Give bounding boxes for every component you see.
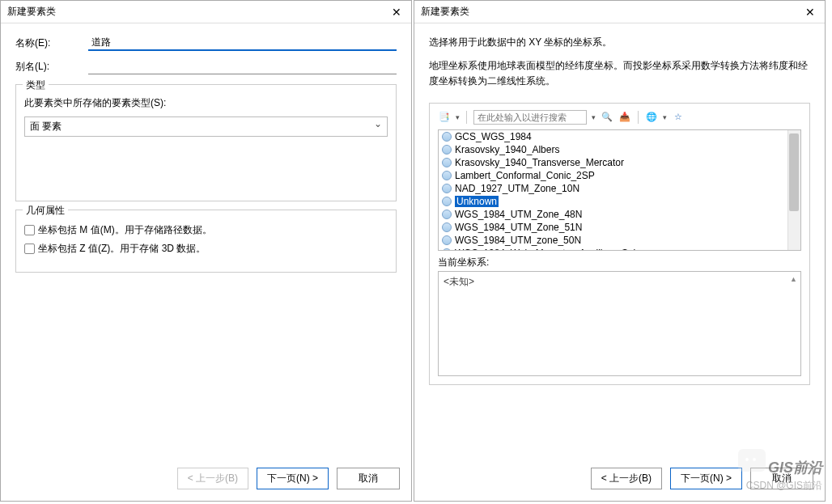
footer: < 上一步(B) 下一页(N) > 取消 <box>414 460 825 501</box>
window-title: 新建要素类 <box>7 5 56 19</box>
crs-item-label: WGS_1984_UTM_zone_50N <box>455 235 581 246</box>
crs-item[interactable]: NAD_1927_UTM_Zone_10N <box>439 182 800 195</box>
current-crs-box[interactable]: <未知> <box>438 271 801 376</box>
dialog-new-feature-class-1: 新建要素类 ✕ 名称(E): 别名(L): 类型 此要素类中所存储的要素类型(S… <box>0 0 412 502</box>
crs-panel: 📑 ▾ ▾ 🔍 📥 🌐 ▾ ☆ GCS_WGS_1984Krasovsky_19… <box>429 103 810 385</box>
name-label: 名称(E): <box>15 36 88 50</box>
globe-icon <box>442 184 452 193</box>
globe-icon <box>442 145 452 155</box>
titlebar: 新建要素类 ✕ <box>1 1 411 23</box>
next-button[interactable]: 下一页(N) > <box>257 468 329 489</box>
crs-item[interactable]: WGS_1984_UTM_zone_50N <box>439 234 800 247</box>
window-title: 新建要素类 <box>421 5 469 19</box>
globe-icon <box>442 132 452 142</box>
globe-icon <box>442 222 452 232</box>
z-value-label: 坐标包括 Z 值(Z)。用于存储 3D 数据。 <box>38 242 206 256</box>
feature-type-selected: 面 要素 <box>30 121 62 132</box>
crs-item[interactable]: WGS_1984_UTM_Zone_48N <box>439 208 800 221</box>
globe-icon <box>442 235 452 245</box>
type-group-title: 类型 <box>23 78 49 92</box>
name-input[interactable] <box>88 35 397 51</box>
titlebar: 新建要素类 ✕ <box>414 1 825 23</box>
alias-row: 别名(L): <box>15 59 397 74</box>
name-row: 名称(E): <box>15 35 397 51</box>
next-button[interactable]: 下一页(N) > <box>670 468 742 489</box>
crs-item[interactable]: Lambert_Conformal_Conic_2SP <box>439 169 800 182</box>
close-icon[interactable]: ✕ <box>388 6 405 19</box>
feature-type-select[interactable]: 面 要素 <box>24 116 388 137</box>
geometry-group: 几何属性 坐标包括 M 值(M)。用于存储路径数据。 坐标包括 Z 值(Z)。用… <box>15 210 397 273</box>
separator <box>638 111 639 124</box>
globe-icon <box>442 197 452 206</box>
m-value-row: 坐标包括 M 值(M)。用于存储路径数据。 <box>24 223 388 237</box>
m-value-checkbox[interactable] <box>24 225 35 235</box>
globe-icon[interactable]: 🌐 <box>645 111 658 124</box>
crs-item[interactable]: GCS_WGS_1984 <box>439 130 800 143</box>
back-button[interactable]: < 上一步(B) <box>591 468 662 489</box>
crs-item-label: WGS_1984_UTM_Zone_48N <box>455 209 582 220</box>
intro-text-2: 地理坐标系使用地球表面模型的经纬度坐标。而投影坐标系采用数学转换方法将纬度和经度… <box>429 58 810 89</box>
dialog-new-feature-class-2: 新建要素类 ✕ 选择将用于此数据中的 XY 坐标的坐标系。 地理坐标系使用地球表… <box>414 0 826 502</box>
crs-toolbar: 📑 ▾ ▾ 🔍 📥 🌐 ▾ ☆ <box>438 110 801 125</box>
back-button[interactable]: < 上一步(B) <box>177 468 248 489</box>
crs-item[interactable]: Krasovsky_1940_Transverse_Mercator <box>439 156 800 169</box>
separator <box>466 111 467 124</box>
scrollbar-thumb[interactable] <box>789 133 799 211</box>
current-crs-label: 当前坐标系: <box>438 256 801 269</box>
crs-item[interactable]: Unknown <box>439 195 800 208</box>
crs-item-label: WGS_1984_Web_Mercator_Auxiliary_Sphere <box>455 248 653 251</box>
cancel-button[interactable]: 取消 <box>750 468 813 489</box>
crs-item-label: Unknown <box>455 196 499 207</box>
globe-icon <box>442 171 452 180</box>
type-group: 类型 此要素类中所存储的要素类型(S): 面 要素 <box>15 84 397 201</box>
crs-item[interactable]: WGS_1984_UTM_Zone_51N <box>439 221 800 234</box>
filter-icon[interactable]: 📑 <box>438 111 451 124</box>
crs-item[interactable]: Krasovsky_1940_Albers <box>439 143 800 156</box>
globe-icon <box>442 158 452 167</box>
crs-item-label: Krasovsky_1940_Transverse_Mercator <box>455 157 624 168</box>
crs-listbox[interactable]: GCS_WGS_1984Krasovsky_1940_AlbersKrasovs… <box>438 129 801 251</box>
content-area: 名称(E): 别名(L): 类型 此要素类中所存储的要素类型(S): 面 要素 … <box>1 23 411 460</box>
current-crs-value: <未知> <box>444 276 474 287</box>
scrollbar-track[interactable] <box>787 130 800 250</box>
cancel-button[interactable]: 取消 <box>337 468 400 489</box>
footer: < 上一步(B) 下一页(N) > 取消 <box>1 460 411 501</box>
import-icon[interactable]: 📥 <box>618 111 631 124</box>
crs-search-input[interactable] <box>473 110 587 125</box>
z-value-row: 坐标包括 Z 值(Z)。用于存储 3D 数据。 <box>24 242 388 256</box>
crs-item-label: Lambert_Conformal_Conic_2SP <box>455 170 595 181</box>
search-dropdown-icon[interactable]: ▾ <box>592 113 596 121</box>
crs-item[interactable]: WGS_1984_Web_Mercator_Auxiliary_Sphere <box>439 247 800 251</box>
alias-input[interactable] <box>88 59 397 74</box>
m-value-label: 坐标包括 M 值(M)。用于存储路径数据。 <box>38 223 212 237</box>
crs-item-label: GCS_WGS_1984 <box>455 131 532 142</box>
z-value-checkbox[interactable] <box>24 244 35 254</box>
content-area: 选择将用于此数据中的 XY 坐标的坐标系。 地理坐标系使用地球表面模型的经纬度坐… <box>414 23 825 460</box>
globe-dropdown-icon[interactable]: ▾ <box>663 113 667 121</box>
alias-label: 别名(L): <box>15 60 88 74</box>
favorite-icon[interactable]: ☆ <box>672 111 685 124</box>
crs-item-label: Krasovsky_1940_Albers <box>455 144 559 155</box>
globe-icon <box>442 248 452 251</box>
crs-item-label: WGS_1984_UTM_Zone_51N <box>455 222 582 233</box>
type-sub-label: 此要素类中所存储的要素类型(S): <box>24 96 388 110</box>
globe-icon <box>442 210 452 219</box>
close-icon[interactable]: ✕ <box>802 6 818 19</box>
filter-dropdown-icon[interactable]: ▾ <box>456 113 460 121</box>
crs-item-label: NAD_1927_UTM_Zone_10N <box>455 183 579 194</box>
search-icon[interactable]: 🔍 <box>601 111 613 124</box>
geometry-group-title: 几何属性 <box>23 204 68 218</box>
intro-text-1: 选择将用于此数据中的 XY 坐标的坐标系。 <box>429 35 810 50</box>
